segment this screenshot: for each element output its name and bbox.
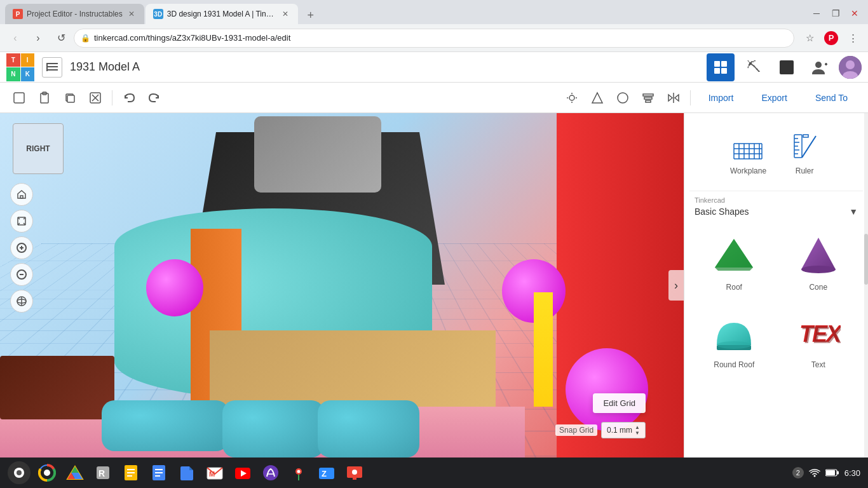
- shape-library: Tinkercad Basic Shapes ▼: [684, 191, 868, 458]
- mirror-icon: [667, 92, 680, 104]
- svg-point-75: [17, 470, 22, 475]
- svg-point-9: [815, 62, 822, 68]
- tools-button[interactable]: ⛏: [740, 53, 768, 81]
- viewport[interactable]: RIGHT: [0, 113, 684, 458]
- delete-button[interactable]: [84, 86, 107, 109]
- docs-icon-button[interactable]: [147, 461, 170, 484]
- ruler-icon-box: [787, 128, 822, 164]
- svg-rect-109: [837, 471, 839, 475]
- drive-icon: [66, 464, 84, 482]
- autodraw-icon-button[interactable]: [259, 461, 282, 484]
- shape-round-roof[interactable]: Round Roof: [695, 302, 774, 374]
- menu-button[interactable]: ⋮: [843, 28, 863, 48]
- grid-view-button[interactable]: [707, 53, 735, 81]
- redo-button[interactable]: [143, 86, 166, 109]
- snap-arrows[interactable]: ▲ ▼: [635, 424, 640, 436]
- maps-icon-button[interactable]: [287, 461, 310, 484]
- send-to-button[interactable]: Send To: [803, 88, 860, 108]
- dark-mode-button[interactable]: [773, 53, 801, 81]
- new-tab-button[interactable]: +: [302, 6, 320, 24]
- orientation-button[interactable]: [10, 290, 33, 313]
- forward-button[interactable]: ›: [28, 28, 48, 48]
- yellow-accent: [534, 292, 553, 407]
- workplane-tool[interactable]: Workplane: [725, 123, 771, 180]
- screencast-icon-button[interactable]: [343, 461, 366, 484]
- circle-button[interactable]: [611, 86, 634, 109]
- tab-2[interactable]: 3D 3D design 1931 Model A | Tinker... ✕: [146, 4, 298, 24]
- tab-2-title: 3D design 1931 Model A | Tinker...: [167, 10, 276, 18]
- ruler-tool[interactable]: Ruler: [782, 123, 827, 180]
- address-bar[interactable]: 🔒 tinkercad.com/things/aZ3x7ki8UBv-1931-…: [74, 29, 794, 48]
- header-actions: ⛏: [707, 53, 862, 81]
- record-button[interactable]: [8, 461, 31, 484]
- library-name: Basic Shapes: [695, 207, 749, 217]
- close-button[interactable]: ✕: [846, 5, 863, 22]
- shape-cone[interactable]: Cone: [779, 224, 858, 297]
- pinterest-button[interactable]: P: [821, 28, 841, 48]
- shape-icon: [591, 92, 604, 104]
- zoom-icon-button[interactable]: Z: [315, 461, 338, 484]
- panel-scrollbar[interactable]: [864, 113, 868, 458]
- tinkercad-logo[interactable]: T I N K: [6, 53, 34, 81]
- snap-value-control[interactable]: 0.1 mm ▲ ▼: [601, 422, 646, 438]
- snap-grid-label: Snap Grid: [555, 424, 597, 436]
- bookmark-button[interactable]: ☆: [799, 28, 820, 48]
- gmail-icon-button[interactable]: M: [203, 461, 226, 484]
- home-view-button[interactable]: [10, 183, 33, 206]
- cone-icon: [793, 229, 844, 280]
- shape-button[interactable]: [586, 86, 609, 109]
- back-button[interactable]: ‹: [5, 28, 25, 48]
- drive-icon-button[interactable]: [64, 461, 86, 484]
- avatar[interactable]: [839, 56, 862, 79]
- svg-rect-6: [714, 68, 720, 74]
- gray-shape-object: [254, 116, 381, 193]
- wifi-icon: [809, 468, 820, 477]
- roblox-icon-button[interactable]: R: [92, 461, 114, 484]
- clipboard-button[interactable]: [33, 86, 56, 109]
- tab-1-close[interactable]: ✕: [126, 9, 137, 19]
- duplicate-button[interactable]: [58, 86, 81, 109]
- fit-view-button[interactable]: [10, 210, 33, 233]
- mirror-button[interactable]: [662, 86, 685, 109]
- keep-notes-button[interactable]: [119, 461, 142, 484]
- reload-button[interactable]: ↺: [51, 28, 71, 48]
- toolbar-right: Import Export Send To: [560, 86, 860, 109]
- collapse-panel-button[interactable]: ›: [668, 270, 684, 301]
- cube-face-right: RIGHT: [13, 123, 64, 174]
- list-view-button[interactable]: [42, 57, 62, 78]
- tab-1[interactable]: P Project Editor - Instructables ✕: [5, 4, 144, 24]
- zoom-out-button[interactable]: [10, 263, 33, 286]
- files-icon-button[interactable]: [175, 461, 198, 484]
- svg-point-106: [813, 475, 815, 477]
- zoom-in-button[interactable]: [10, 236, 33, 259]
- snap-grid-row: Snap Grid 0.1 mm ▲ ▼: [555, 422, 646, 438]
- roof-icon: [709, 229, 759, 280]
- text-label: Text: [811, 360, 825, 369]
- minimize-button[interactable]: ─: [808, 5, 825, 22]
- brown-box-object: [0, 356, 114, 419]
- nav-cube[interactable]: RIGHT: [13, 123, 64, 174]
- export-button[interactable]: Export: [749, 88, 799, 108]
- teal-chair-1: [102, 400, 229, 451]
- maximize-button[interactable]: ❐: [827, 5, 844, 22]
- svg-point-27: [618, 93, 628, 103]
- shape-roof[interactable]: Roof: [695, 224, 774, 297]
- align-button[interactable]: [637, 86, 660, 109]
- import-button[interactable]: Import: [696, 88, 747, 108]
- undo-button[interactable]: [118, 86, 140, 109]
- light-button[interactable]: [560, 86, 583, 109]
- chrome-icon-button[interactable]: [36, 461, 58, 484]
- add-user-button[interactable]: [806, 53, 834, 81]
- workplane-label: Workplane: [730, 166, 766, 175]
- scrollbar-thumb[interactable]: [864, 234, 868, 285]
- screencast-icon: [346, 464, 363, 482]
- snap-up-arrow[interactable]: ▲: [635, 424, 640, 430]
- tab-2-close[interactable]: ✕: [280, 9, 290, 19]
- shape-text[interactable]: TEXT TEXT Text: [779, 302, 858, 374]
- youtube-icon-button[interactable]: [231, 461, 254, 484]
- snap-down-arrow[interactable]: ▼: [635, 430, 640, 436]
- svg-point-97: [263, 465, 278, 480]
- library-dropdown-button[interactable]: ▼: [849, 207, 858, 217]
- new-button[interactable]: [8, 86, 31, 109]
- edit-grid-button[interactable]: Edit Grid: [593, 393, 646, 413]
